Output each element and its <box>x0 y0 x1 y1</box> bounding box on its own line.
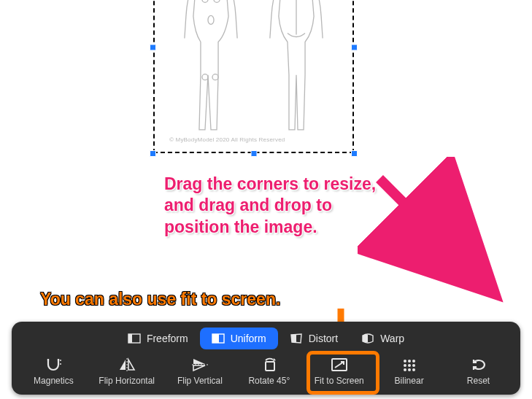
mode-freeform-button[interactable]: Freeform <box>116 328 200 349</box>
fit-to-screen-button[interactable]: Fit to Screen <box>310 354 369 389</box>
svg-point-20 <box>60 360 61 361</box>
svg-point-3 <box>214 0 220 2</box>
svg-marker-17 <box>291 335 296 343</box>
freeform-icon <box>128 333 141 344</box>
svg-marker-22 <box>120 360 126 370</box>
body-model-front <box>171 0 251 137</box>
svg-point-5 <box>202 74 208 80</box>
callout-drag-resize: Drag the corners to resize, and drag and… <box>164 174 383 238</box>
mode-freeform-label: Freeform <box>147 333 188 344</box>
resize-handle-bottom-left[interactable] <box>150 150 156 157</box>
reset-button[interactable]: Reset <box>450 354 507 389</box>
resize-handle-bottom-middle[interactable] <box>250 150 257 157</box>
flip-horizontal-button[interactable]: Flip Horizontal <box>94 354 159 389</box>
body-model-back <box>256 0 336 137</box>
svg-marker-25 <box>193 359 205 364</box>
svg-point-4 <box>208 15 214 24</box>
svg-point-33 <box>408 360 411 363</box>
rotate-45-button[interactable]: Rotate 45° <box>241 354 298 389</box>
svg-point-2 <box>202 0 208 2</box>
svg-rect-28 <box>266 362 274 371</box>
svg-marker-23 <box>128 360 134 370</box>
svg-point-35 <box>404 364 406 367</box>
resize-handle-middle-right[interactable] <box>351 44 358 51</box>
warp-icon <box>361 333 374 344</box>
reset-label: Reset <box>467 376 490 386</box>
magnetics-button[interactable]: Magnetics <box>25 354 82 389</box>
image-watermark: © MyBodyModel 2020 All Rights Reserved <box>169 136 285 143</box>
callout-fit-to-screen: You can also use fit to screen. <box>40 290 280 309</box>
rotate-45-label: Rotate 45° <box>248 376 290 386</box>
svg-point-34 <box>412 360 415 363</box>
transform-mode-row: Freeform Uniform Distort Warp <box>12 322 520 352</box>
fit-to-screen-label: Fit to Screen <box>315 376 364 386</box>
transform-toolbar: Freeform Uniform Distort Warp <box>12 322 520 395</box>
canvas-selection[interactable]: © MyBodyModel 2020 All Rights Reserved <box>153 0 354 153</box>
transform-tool-row: Magnetics Flip Horizontal Flip Verti <box>12 352 520 395</box>
flip-vertical-button[interactable]: Flip Vertical <box>171 354 228 389</box>
resize-handle-bottom-right[interactable] <box>351 150 358 157</box>
magnet-icon <box>44 357 63 373</box>
svg-rect-15 <box>212 334 219 343</box>
flip-horizontal-icon <box>117 357 136 373</box>
selection-frame[interactable]: © MyBodyModel 2020 All Rights Reserved <box>153 0 354 153</box>
mode-uniform-label: Uniform <box>231 333 266 344</box>
svg-line-10 <box>379 179 474 274</box>
bilinear-button[interactable]: Bilinear <box>381 354 438 389</box>
reset-icon <box>469 357 488 373</box>
mode-distort-label: Distort <box>309 333 338 344</box>
svg-point-40 <box>412 368 415 371</box>
mode-uniform-button[interactable]: Uniform <box>200 328 278 349</box>
fit-to-screen-icon <box>330 357 349 373</box>
svg-rect-13 <box>128 334 132 343</box>
mode-warp-button[interactable]: Warp <box>350 328 416 349</box>
distort-icon <box>290 333 303 344</box>
svg-point-39 <box>408 368 411 371</box>
svg-point-36 <box>408 364 411 367</box>
svg-point-38 <box>404 368 406 371</box>
flip-vertical-label: Flip Vertical <box>177 376 223 386</box>
bilinear-icon <box>400 357 419 373</box>
svg-point-37 <box>412 364 415 367</box>
svg-point-32 <box>404 360 406 363</box>
uniform-icon <box>212 333 225 344</box>
svg-marker-29 <box>273 358 276 361</box>
svg-point-21 <box>60 363 61 365</box>
svg-marker-26 <box>193 365 205 371</box>
svg-point-6 <box>212 74 218 80</box>
svg-line-31 <box>335 362 344 368</box>
mode-distort-button[interactable]: Distort <box>278 328 350 349</box>
flip-horizontal-label: Flip Horizontal <box>99 376 155 386</box>
mode-warp-label: Warp <box>380 333 404 344</box>
bilinear-label: Bilinear <box>395 376 424 386</box>
magnetics-label: Magnetics <box>34 376 74 386</box>
rotate-icon <box>260 357 279 373</box>
resize-handle-middle-left[interactable] <box>150 44 156 51</box>
flip-vertical-icon <box>190 357 209 373</box>
